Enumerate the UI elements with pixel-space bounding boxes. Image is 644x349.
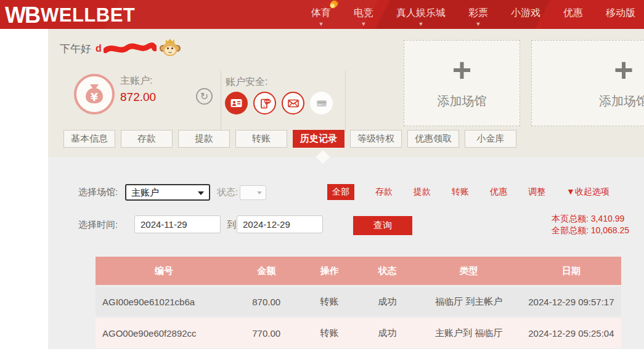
type-filter-deposit[interactable]: 存款 (375, 187, 393, 198)
greeting: 下午好 d (60, 40, 179, 57)
nav-label: 真人娱乐城 (396, 7, 446, 18)
cell-id: AGO00e90e60f2892cc (96, 318, 232, 348)
tab-vault[interactable]: 小金库 (465, 130, 516, 148)
cell-status: 成功 (358, 318, 416, 348)
tab-transfer[interactable]: 转账 (235, 130, 287, 148)
username-prefix: d (96, 43, 102, 54)
venue-filter-label: 选择场馆: (78, 187, 118, 198)
account-panel: 下午好 d ¥ 主账户: 872.00 ↻ 账户安全: (48, 29, 644, 157)
tab-history[interactable]: 历史记录 (293, 130, 344, 148)
chevron-down-icon (257, 191, 262, 195)
type-filter-promo[interactable]: 优惠 (490, 187, 507, 198)
security-icons: SMS (225, 92, 333, 114)
tab-basic-info[interactable]: 基本信息 (63, 130, 115, 148)
collapse-options-link[interactable]: ▼收起选项 (566, 187, 609, 198)
redacted-username-scribble (104, 42, 157, 55)
transaction-type-filters: 全部 存款 提款 转账 优惠 调整 ▼收起选项 (327, 184, 609, 200)
header-type: 类型 (416, 257, 521, 285)
add-venue-card[interactable]: + 添加场馆 (531, 40, 644, 126)
cell-amount: 870.00 (232, 287, 301, 316)
type-filter-adjustment[interactable]: 调整 (528, 187, 545, 198)
nav-item-lottery[interactable]: 彩票 ▼ (468, 7, 488, 22)
cell-operation: 转账 (301, 318, 359, 348)
monkey-avatar (161, 40, 179, 57)
greeting-text: 下午好 (60, 42, 91, 56)
logo-mark: WB (5, 2, 39, 28)
chevron-down-icon: ▼ (361, 21, 367, 27)
table-header-row: 编号 金额 操作 状态 类型 日期 (96, 257, 621, 285)
cell-type: 福临厅 到主帐户 (416, 287, 521, 316)
search-button[interactable]: 查询 (353, 216, 412, 235)
nav-item-mini-games[interactable]: 小游戏 (511, 7, 540, 22)
plus-icon: + (614, 57, 634, 82)
account-security-label: 账户安全: (226, 76, 267, 89)
nav-item-esports[interactable]: 电竞 ▼ (354, 7, 373, 22)
nav-label: 优惠 (563, 7, 583, 18)
totals: 本页总额: 3,410.99 全部总额: 10,068.25 (552, 213, 629, 236)
cell-date: 2024-12-29 05:25:04 (521, 318, 621, 348)
bank-card-icon[interactable] (310, 92, 333, 114)
nav-item-promotions[interactable]: 优惠 (563, 7, 583, 22)
add-venue-label: 添加场馆 (599, 93, 644, 110)
tab-withdraw[interactable]: 提款 (178, 130, 230, 148)
venue-select-value: 主账户 (131, 187, 159, 198)
header-status: 状态 (358, 257, 416, 285)
table-row[interactable]: AGI00e90e61021cb6a 870.00 转账 成功 福临厅 到主帐户… (96, 287, 621, 316)
chevron-down-icon: ▼ (319, 21, 324, 27)
nav-label: 小游戏 (511, 7, 540, 18)
nav-label: 体育 (311, 7, 331, 18)
grand-total: 全部总额: 10,068.25 (552, 225, 629, 236)
nav-label: 彩票 (468, 7, 488, 18)
cell-amount: 770.00 (232, 318, 301, 348)
phone-sms-icon[interactable]: SMS (253, 92, 276, 114)
venue-select[interactable]: 主账户 (125, 184, 210, 201)
cell-operation: 转账 (301, 287, 359, 316)
wellbet-account-page: WB WELLBET 体育 ▼ 电竞 ▼ 真人娱乐城 ▼ 彩票 ▼ 小游戏 (0, 0, 644, 349)
chevron-down-icon: ▼ (476, 21, 481, 27)
nav-item-live-casino[interactable]: 真人娱乐城 ▼ (396, 7, 446, 22)
header-id: 编号 (96, 257, 232, 285)
table-row[interactable]: AGO00e90e60f2892cc 770.00 转账 成功 主账户到 福临厅… (96, 318, 621, 348)
time-filter-label: 选择时间: (78, 219, 118, 231)
top-navigation-bar: WB WELLBET 体育 ▼ 电竞 ▼ 真人娱乐城 ▼ 彩票 ▼ 小游戏 (0, 0, 644, 29)
add-venue-label: 添加场馆 (438, 93, 487, 110)
history-table: 编号 金额 操作 状态 类型 日期 AGI00e90e61021cb6a 870… (96, 257, 621, 348)
header-date: 日期 (521, 257, 621, 285)
date-from-input[interactable] (134, 215, 221, 233)
id-card-icon[interactable] (225, 92, 248, 114)
svg-text:¥: ¥ (91, 91, 98, 103)
plus-icon: + (452, 57, 472, 82)
status-select[interactable] (240, 185, 266, 200)
header-amount: 金额 (232, 257, 301, 285)
divider (221, 71, 221, 132)
nav-label: 移动版 (606, 7, 635, 18)
type-filter-withdraw[interactable]: 提款 (414, 187, 431, 198)
add-venue-card[interactable]: + 添加场馆 (404, 40, 520, 126)
nav-item-mobile-version[interactable]: 移动版 (606, 7, 635, 22)
logo-text: WELLBET (41, 4, 135, 26)
chevron-down-icon (198, 191, 204, 195)
date-to-input[interactable] (237, 215, 323, 233)
type-filter-all[interactable]: 全部 (327, 184, 354, 200)
money-bag-icon: ¥ (74, 74, 115, 114)
cell-type: 主账户到 福临厅 (416, 318, 521, 348)
nav-label: 电竞 (354, 7, 373, 18)
tab-claim-promotions[interactable]: 优惠领取 (407, 130, 459, 148)
cell-status: 成功 (358, 287, 416, 316)
tab-deposit[interactable]: 存款 (121, 130, 173, 148)
cell-id: AGI00e90e61021cb6a (96, 287, 232, 316)
main-account-label: 主账户: (120, 74, 152, 87)
cell-date: 2024-12-29 09:57:17 (521, 287, 621, 316)
nav-item-sports[interactable]: 体育 ▼ (311, 7, 331, 22)
account-tabs: 基本信息 存款 提款 转账 历史记录 等级特权 优惠领取 小金库 (63, 130, 516, 148)
svg-text:SMS: SMS (264, 100, 270, 103)
history-section: 选择场馆: 主账户 状态: 全部 存款 提款 转账 优惠 调整 ▼收起选项 选择… (48, 157, 644, 349)
wellbet-logo[interactable]: WB WELLBET (5, 2, 135, 28)
chevron-down-icon: ▼ (418, 21, 424, 27)
tab-vip-privileges[interactable]: 等级特权 (350, 130, 402, 148)
type-filter-transfer[interactable]: 转账 (452, 187, 469, 198)
refresh-balance-icon[interactable]: ↻ (196, 88, 213, 105)
header-operation: 操作 (301, 257, 359, 285)
mail-icon[interactable] (282, 92, 304, 114)
divider (345, 71, 346, 132)
